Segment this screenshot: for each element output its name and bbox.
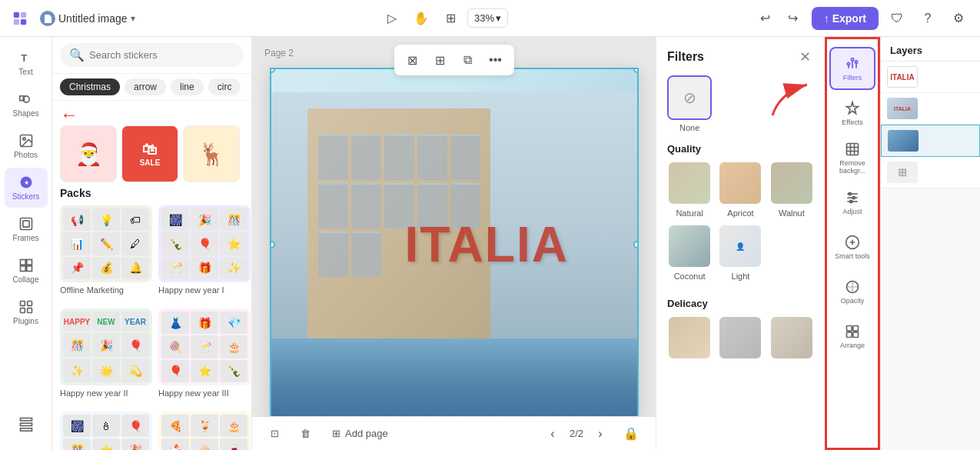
more-tool[interactable]: ••• (483, 48, 508, 72)
delicacy-thumb-3 (769, 315, 814, 360)
packs-row-1: 📢💡🏷 📊✏️🖊 📌💰🔔 Offline Marketing 🎆🎉🎊 🍾🎈⭐ 🥂… (60, 205, 244, 299)
pack-label-offline: Offline Marketing (60, 285, 152, 295)
svg-rect-3 (21, 18, 26, 24)
stickers-scroll[interactable]: ← 🎅 🛍 SALE 🦌 Packs 📢💡🏷 (52, 101, 251, 450)
sidebar-item-plugins[interactable]: Plugins (5, 292, 48, 332)
frame-tool[interactable]: ⊞ (438, 6, 463, 31)
svg-point-40 (852, 196, 855, 198)
document-title-area[interactable]: Untitled image ▾ (40, 11, 135, 26)
duplicate-tool[interactable]: ⧉ (456, 48, 480, 72)
rtool-adjust[interactable]: Adjust (829, 181, 875, 224)
shield-icon-btn[interactable]: 🛡 (885, 6, 909, 31)
sticker-santa[interactable]: 🎅 (60, 125, 117, 182)
topbar-right: ↩ ↪ ↑ Export 🛡 ? ⚙ (753, 6, 971, 31)
pack-happy-new-year-3[interactable]: 👗🎁💎 🍭🥂🎂 🎈⭐🍾 Happy new year III (158, 308, 251, 402)
filters-close-button[interactable]: ✕ (796, 48, 814, 66)
sticker-reindeer[interactable]: 🦌 (183, 125, 240, 182)
sidebar-item-text[interactable]: T Text (5, 43, 48, 83)
sidebar-item-stickers[interactable]: ★ Stickers (5, 168, 48, 208)
prev-page-button[interactable]: ‹ (540, 422, 565, 446)
crop-tool[interactable]: ⊠ (400, 48, 425, 72)
filter-apricot[interactable]: Apricot (718, 161, 762, 218)
main-content: T Text Shapes Photos ★ Stickers (0, 37, 980, 450)
rtool-filters[interactable]: Filters (829, 47, 875, 90)
tag-christmas[interactable]: Christmas (60, 78, 120, 95)
tag-circ[interactable]: circ (208, 78, 241, 95)
tag-arrow[interactable]: arrow (125, 78, 166, 95)
delicacy-title: Delicacy (667, 298, 814, 309)
filter-light[interactable]: 👤 Light (718, 224, 762, 281)
sidebar-item-frames[interactable]: Frames (5, 209, 48, 249)
tags-bar: Christmas arrow line circ (52, 74, 251, 101)
filter-walnut[interactable]: Walnut (769, 161, 814, 218)
rtool-effects[interactable]: Effects (829, 92, 875, 135)
zoom-control[interactable]: 33% ▾ (467, 8, 508, 28)
undo-button[interactable]: ↩ (753, 6, 778, 31)
svg-rect-13 (20, 260, 25, 265)
pack-happy-new-year-4[interactable]: 🎆🕯🎈 🎊⭐🎉 🍾✨💫 Happy new year IV (60, 412, 152, 450)
layer-item-blank[interactable]: ⊞ (881, 157, 980, 188)
svg-point-39 (849, 192, 851, 195)
doc-chevron-icon[interactable]: ▾ (131, 13, 135, 24)
search-input[interactable] (89, 49, 234, 61)
filter-none[interactable]: ⊘ None (667, 75, 712, 132)
window (351, 183, 381, 228)
select-tool[interactable]: ▷ (380, 6, 404, 31)
svg-rect-11 (20, 218, 32, 230)
layer-item-italia[interactable]: ITALIA (881, 62, 980, 93)
canvas-wrapper[interactable]: ITALIA (252, 37, 656, 416)
pack-happy-new-year-1[interactable]: 🎆🎉🎊 🍾🎈⭐ 🥂🎁✨ Happy new year I (158, 205, 251, 299)
delicacy-item-1[interactable] (667, 315, 712, 360)
sidebar-nav: T Text Shapes Photos ★ Stickers (0, 37, 52, 450)
layer-item-image[interactable]: ITALIA (881, 93, 980, 125)
doc-icon (40, 11, 55, 26)
app-logo[interactable] (9, 8, 31, 29)
rtool-opacity[interactable]: Opacity (829, 270, 875, 313)
pack-happy-new-year-2[interactable]: HAPPY NEW YEAR 🎊🎉🎈 ✨🌟💫 Happy new year II (60, 308, 152, 402)
delicacy-item-2[interactable] (718, 315, 762, 360)
layer-thumb-italia: ITALIA (887, 66, 918, 88)
svg-rect-15 (20, 266, 25, 272)
sidebar-item-bottom[interactable] (5, 404, 48, 444)
pack-offline-marketing[interactable]: 📢💡🏷 📊✏️🖊 📌💰🔔 Offline Marketing (60, 205, 152, 299)
lock-button[interactable]: 🔒 (619, 422, 643, 446)
packs-title: Packs (60, 187, 244, 199)
rtool-remove-bg[interactable]: Remove backgr... (829, 136, 875, 179)
quality-title: Quality (667, 143, 814, 155)
filter-coconut[interactable]: Coconut (667, 224, 712, 281)
handle-mid-right[interactable] (633, 241, 639, 248)
right-tools-panel: Filters Effects Remove backgr... (825, 37, 880, 450)
delicacy-item-3[interactable] (769, 315, 814, 360)
filter-natural[interactable]: Natural (667, 161, 712, 218)
fit-button[interactable]: ⊡ (264, 425, 285, 442)
sidebar-item-collage[interactable]: Collage (5, 251, 48, 291)
tag-line[interactable]: line (171, 78, 204, 95)
help-icon-btn[interactable]: ? (915, 6, 940, 31)
redo-button[interactable]: ↪ (781, 6, 806, 31)
pan-tool[interactable]: ✋ (409, 6, 434, 31)
delicacy-thumb-2 (718, 315, 762, 360)
svg-rect-44 (853, 325, 859, 331)
delete-button[interactable]: 🗑 (294, 425, 317, 442)
sidebar-item-shapes[interactable]: Shapes (5, 85, 48, 125)
sticker-sale[interactable]: 🛍 SALE (121, 125, 178, 182)
svg-rect-14 (26, 260, 32, 265)
search-input-wrap[interactable]: 🔍 (60, 43, 244, 67)
filter-coconut-preview (669, 225, 710, 267)
filter-thumb-none: ⊘ (667, 75, 712, 120)
layer-item-photo[interactable] (881, 125, 980, 157)
rtool-arrange[interactable]: Arrange (829, 315, 875, 358)
export-button[interactable]: ↑ Export (812, 7, 879, 30)
rtool-smart-tools[interactable]: Smart tools (829, 225, 875, 268)
sidebar-item-photos[interactable]: Photos (5, 126, 48, 166)
red-arrow-icon: ← (60, 104, 78, 125)
svg-point-25 (851, 58, 853, 60)
canvas-frame: ITALIA (270, 68, 639, 416)
next-page-button[interactable]: › (588, 422, 613, 446)
pack-food-drink[interactable]: 🍕🍹🎂 🍰🧁🍷 🥗🍜🧃 Food and Drink (158, 412, 251, 450)
svg-text:T: T (21, 52, 27, 64)
settings-icon-btn[interactable]: ⚙ (946, 6, 971, 31)
svg-rect-22 (20, 423, 32, 425)
add-page-button[interactable]: ⊞ Add page (326, 425, 394, 442)
grid-tool[interactable]: ⊞ (428, 48, 453, 72)
